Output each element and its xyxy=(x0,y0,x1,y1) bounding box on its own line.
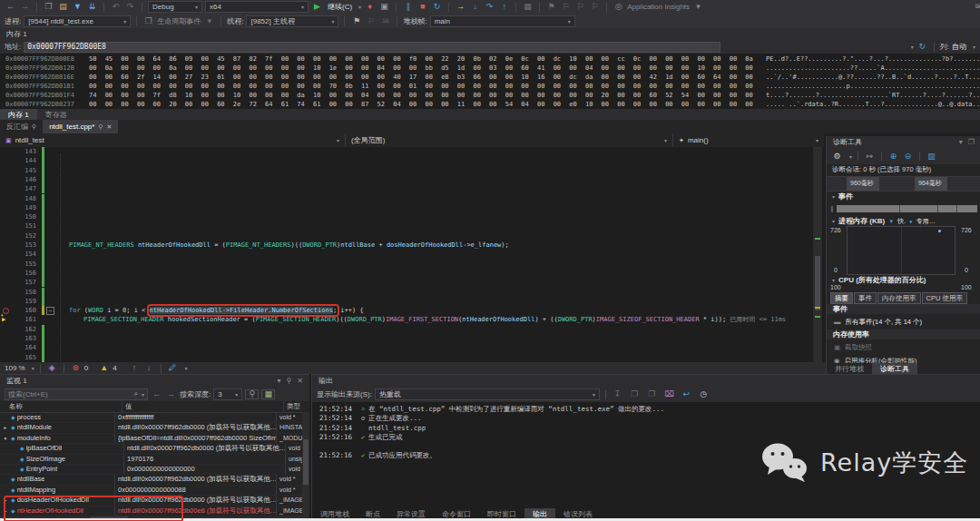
output-jump-icon[interactable]: ↧ xyxy=(612,390,623,398)
watch-row[interactable]: ▸◆ntdllModulentdll.dll!0x00007ff962db000… xyxy=(0,423,309,433)
memory-hex-grid[interactable]: 0x00007FF962DB00E850 45 00 00 64 86 09 0… xyxy=(0,54,980,109)
diag-zoom-in-icon[interactable]: ⊕ xyxy=(887,152,899,161)
add-bookmark-icon[interactable]: ⚐ xyxy=(560,3,572,11)
show-next-statement-icon[interactable]: → xyxy=(455,3,466,11)
diag-tab-2[interactable]: 事件 xyxy=(854,292,877,304)
stop-debug-icon[interactable]: ■ xyxy=(416,3,428,11)
code-cleanup-caret-icon[interactable]: ▾ xyxy=(185,365,188,371)
memory-refresh-icon[interactable]: ↻ xyxy=(916,43,928,51)
next-issue-icon[interactable]: ↓ xyxy=(143,364,155,372)
break-all-icon[interactable]: ∥ xyxy=(402,3,414,11)
expander-icon[interactable]: ▾ xyxy=(2,434,9,443)
open-file-icon[interactable]: ▤ xyxy=(57,3,69,11)
output-next-message-icon[interactable]: ❐ xyxy=(646,390,658,398)
close-icon[interactable]: ✕ xyxy=(107,123,113,131)
events-bar[interactable] xyxy=(837,205,978,212)
code-cleanup-icon[interactable]: 🖉 xyxy=(167,364,179,372)
editor-scrollbar[interactable] xyxy=(813,147,822,362)
watch-row[interactable]: ▾◆moduleInfo{lpBaseOfDll=ntdll.dll!0x000… xyxy=(0,434,309,444)
memory-row[interactable]: 0x00007FF962DB012B00 0a 00 00 00 0a 00 0… xyxy=(0,64,980,73)
diag-tab-4[interactable]: CPU 使用率 xyxy=(922,292,967,304)
step-into-icon[interactable]: ↓ xyxy=(469,3,481,11)
warning-count[interactable]: 4 xyxy=(113,364,116,372)
continue-button-caret-icon[interactable]: ▾ xyxy=(358,4,361,10)
undo-icon[interactable]: ↶ xyxy=(110,3,122,11)
watch-search-input[interactable]: 搜索(Ctrl+E) ⌕ ▾ xyxy=(5,388,148,400)
step-over-icon[interactable]: ↷ xyxy=(484,3,495,11)
memory-row[interactable]: 0x00007FF962DB01F474 00 00 00 7f d8 10 0… xyxy=(0,91,980,100)
immediate-window-icon[interactable]: ▦ xyxy=(522,3,534,11)
output-clear-icon[interactable]: ⌧ xyxy=(663,390,675,398)
diag-tab-3[interactable]: 内存使用率 xyxy=(877,292,921,304)
mail-icon[interactable]: ✉ xyxy=(379,17,391,25)
nav-member-dropdown[interactable]: ✦ main() ▾ xyxy=(673,133,824,147)
watch-scrollbar-thumb[interactable] xyxy=(303,439,309,485)
take-snapshot-button[interactable]: ▣ 截取快照 xyxy=(827,341,879,353)
new-window-icon[interactable]: ❐ xyxy=(43,3,54,11)
diag-zoom-out-icon[interactable]: ⊖ xyxy=(902,152,914,161)
memory-address-input[interactable]: 0x00007FF962DB00E8 xyxy=(24,42,720,53)
flag-outline-icon[interactable]: ⚐ xyxy=(365,17,377,25)
diag-events-header[interactable]: ▾ 事件 xyxy=(827,192,858,202)
memory-columns-select[interactable]: 自动 xyxy=(952,42,966,52)
memory-row[interactable]: 0x00007FF962DB00E850 45 00 00 64 86 09 0… xyxy=(0,54,980,64)
nav-forward-icon[interactable]: → xyxy=(19,3,31,11)
platform-select[interactable]: x64▾ xyxy=(205,1,309,13)
continue-button[interactable]: 继续(C) xyxy=(328,2,352,12)
application-insights-select[interactable]: Application Insights xyxy=(627,3,690,11)
next-bookmark-icon[interactable]: ⚐ xyxy=(589,3,601,11)
col-value-header[interactable]: 值 xyxy=(122,401,284,412)
diag-bottom-tab-1[interactable]: 并行堆栈 xyxy=(827,363,872,374)
save-all-icon[interactable]: ⇊ xyxy=(86,3,98,11)
feedback-icon[interactable]: ✉ xyxy=(973,3,980,11)
code-editor-surface[interactable]: 143144145146147148149150151152153PIMAGE_… xyxy=(0,147,813,362)
step-out-icon[interactable]: ↑ xyxy=(498,3,510,11)
pin-icon[interactable]: ⚲ xyxy=(32,123,36,131)
flag-icon[interactable]: ⚑ xyxy=(350,17,362,25)
nav-back-icon[interactable]: ← xyxy=(5,3,16,11)
error-count[interactable]: 0 xyxy=(84,364,88,372)
watch-panes-icon[interactable]: ▦ xyxy=(261,389,275,399)
memory-columns-caret-icon[interactable]: ▾ xyxy=(973,44,975,50)
diag-settings-caret-icon[interactable]: ▾ xyxy=(849,153,852,160)
watch-row[interactable]: ◆lpBaseOfDllntdll.dll!0x00007ff962db0000… xyxy=(0,444,309,454)
bookmark-window-icon[interactable]: ⚑ xyxy=(545,3,557,11)
diag-cpu-header[interactable]: ▾ CPU (所有处理器的百分比) xyxy=(827,275,931,284)
watch-row[interactable]: ◆ntdllMapping0x0000000000000088void * xyxy=(0,486,309,496)
diag-caret-icon[interactable]: ▾ xyxy=(959,138,963,146)
watch-caret-icon[interactable]: ▾ xyxy=(277,377,280,385)
output-prev-message-icon[interactable]: ❐ xyxy=(629,390,641,398)
lifecycle-icon[interactable]: ❐ xyxy=(142,17,154,25)
fold-collapse-icon[interactable]: – xyxy=(46,307,54,315)
diag-export-icon[interactable]: ↦ xyxy=(864,152,876,161)
output-timestamp-icon[interactable]: ◷ xyxy=(698,390,710,398)
search-depth-select[interactable]: 3 ▾ xyxy=(213,388,242,400)
watch-row[interactable]: ◆ntdllBasentdll.dll!0x00007ff962db0000 (… xyxy=(0,475,309,485)
watch-scrollbar[interactable] xyxy=(302,412,309,516)
col-type-header[interactable]: 类型 xyxy=(284,401,309,412)
zoom-select[interactable]: 109 % xyxy=(5,364,25,372)
diag-chart-icon[interactable]: ▥ xyxy=(926,152,937,161)
intellisense-icon[interactable]: ◈ xyxy=(46,364,58,372)
expander-icon[interactable]: ▸ xyxy=(2,423,9,432)
restart-icon[interactable]: ↻ xyxy=(431,3,443,11)
nav-project-dropdown[interactable]: ▣ ntdll_test ▾ xyxy=(0,133,346,147)
diag-bottom-tab-2[interactable]: 诊断工具 xyxy=(872,363,917,374)
output-source-select[interactable]: 热重载 ▾ xyxy=(375,388,600,400)
save-icon[interactable]: ▼ xyxy=(72,3,83,11)
zoom-caret-icon[interactable]: ▾ xyxy=(32,365,34,371)
hot-reload-icon[interactable]: ♦ xyxy=(364,3,376,11)
prev-issue-icon[interactable]: ↑ xyxy=(129,364,141,372)
diag-tab-1[interactable]: 摘要 xyxy=(830,292,853,304)
solution-config-select[interactable]: Debug▾ xyxy=(148,1,202,13)
lifecycle-caret[interactable]: ▾ xyxy=(203,17,215,25)
apply-code-changes-icon[interactable]: ▣ xyxy=(378,3,390,11)
editor-scrollbar-thumb[interactable] xyxy=(815,256,820,310)
stack-frame-select[interactable]: main▾ xyxy=(430,15,575,27)
all-events-link[interactable]: ▬ 所有事件(14 个, 共 14 个) xyxy=(827,316,929,328)
prev-bookmark-icon[interactable]: ⚐ xyxy=(574,3,586,11)
search-back-icon[interactable]: ← xyxy=(151,390,162,398)
diag-settings-icon[interactable]: ⚙ xyxy=(831,152,843,161)
memory-row[interactable]: 0x00007FF962DB01B100 00 00 00 00 00 00 0… xyxy=(0,82,980,91)
process-select[interactable]: [9544] ntdll_test.exe▾ xyxy=(24,15,131,27)
